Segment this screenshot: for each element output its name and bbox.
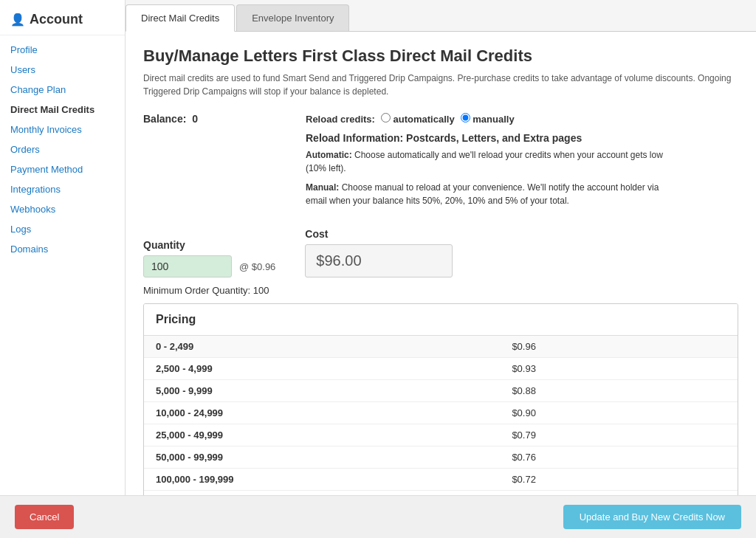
pricing-row: 10,000 - 24,999$0.90: [144, 402, 738, 424]
pricing-range: 25,000 - 49,999: [144, 424, 500, 446]
reload-label-row: Reload credits: automatically manually: [306, 113, 738, 125]
pricing-range: 0 - 2,499: [144, 336, 500, 358]
pricing-header: Pricing: [144, 304, 738, 336]
reload-auto-desc: Automatic: Choose automatically and we'l…: [306, 148, 675, 175]
pricing-range: 10,000 - 24,999: [144, 402, 500, 424]
sidebar-item-webhooks[interactable]: Webhooks: [0, 199, 125, 219]
cost-display: $96.00: [305, 244, 453, 277]
cost-label: Cost: [305, 228, 453, 240]
reload-auto-text: automatically: [394, 114, 455, 125]
sidebar-item-users[interactable]: Users: [0, 60, 125, 80]
reload-manual-desc: Manual: Choose manual to reload at your …: [306, 181, 675, 207]
footer-bar: Cancel Update and Buy New Credits Now: [0, 495, 756, 538]
reload-credits-label: Reload credits:: [306, 114, 375, 125]
pricing-range: 100,000 - 199,999: [144, 469, 500, 491]
cost-section: Cost $96.00: [305, 228, 453, 277]
page-body: Buy/Manage Letters First Class Direct Ma…: [126, 32, 756, 495]
reload-manual-radio[interactable]: [461, 113, 470, 123]
reload-manual-label[interactable]: manually: [461, 113, 515, 125]
reload-manual-text: manually: [472, 114, 514, 125]
pricing-row: 25,000 - 49,999$0.79: [144, 424, 738, 446]
pricing-price: $0.88: [500, 380, 738, 402]
pricing-box: Pricing 0 - 2,499$0.962,500 - 4,999$0.93…: [143, 303, 738, 495]
pricing-row: 0 - 2,499$0.96: [144, 336, 738, 358]
sidebar-item-logs[interactable]: Logs: [0, 219, 125, 239]
balance-value: 0: [192, 113, 198, 125]
pricing-row: 100,000 - 199,999$0.72: [144, 469, 738, 491]
quantity-input[interactable]: [143, 255, 232, 277]
sidebar-item-domains[interactable]: Domains: [0, 239, 125, 259]
min-order-text: Minimum Order Quantity: 100: [143, 285, 738, 296]
sidebar-item-integrations[interactable]: Integrations: [0, 179, 125, 199]
tab-direct-mail-credits[interactable]: Direct Mail Credits: [126, 4, 235, 32]
pricing-row: 5,000 - 9,999$0.88: [144, 380, 738, 402]
quantity-section: Quantity @ $0.96: [143, 239, 275, 277]
sidebar-item-payment-method[interactable]: Payment Method: [0, 159, 125, 179]
pricing-range: 50,000 - 99,999: [144, 446, 500, 469]
main-content: Direct Mail CreditsEnvelope Inventory Bu…: [126, 0, 756, 495]
reload-auto-radio[interactable]: [381, 113, 391, 123]
sidebar-item-orders[interactable]: Orders: [0, 139, 125, 159]
reload-section: Reload credits: automatically manually R…: [306, 113, 738, 213]
pricing-price: $0.90: [500, 402, 738, 424]
balance-reload-row: Balance: 0 Reload credits: automatically…: [143, 113, 738, 213]
buy-button[interactable]: Update and Buy New Credits Now: [563, 505, 741, 529]
page-title: Buy/Manage Letters First Class Direct Ma…: [143, 46, 738, 66]
sidebar-item-monthly-invoices[interactable]: Monthly Invoices: [0, 120, 125, 139]
per-credit: @ $0.96: [239, 261, 275, 272]
balance-label: Balance:: [143, 113, 186, 125]
reload-manual-desc-text: Choose manual to reload at your convenie…: [306, 182, 659, 206]
sidebar: 👤 Account ProfileUsersChange PlanDirect …: [0, 0, 126, 495]
quantity-label: Quantity: [143, 239, 275, 251]
tabs-bar: Direct Mail CreditsEnvelope Inventory: [126, 0, 756, 32]
sidebar-title: 👤 Account: [0, 7, 125, 35]
account-icon: 👤: [10, 13, 25, 27]
pricing-row: 2,500 - 4,999$0.93: [144, 358, 738, 380]
sidebar-item-profile[interactable]: Profile: [0, 40, 125, 60]
reload-info-title: Reload Information: Postcards, Letters, …: [306, 132, 738, 144]
pricing-price: $0.79: [500, 424, 738, 446]
quantity-input-row: @ $0.96: [143, 255, 275, 277]
pricing-price: $0.93: [500, 358, 738, 380]
pricing-price: $0.72: [500, 469, 738, 491]
reload-auto-desc-text: Choose automatically and we'll reload yo…: [306, 150, 663, 173]
pricing-price: $0.96: [500, 336, 738, 358]
quantity-cost-row: Quantity @ $0.96 Cost $96.00: [143, 228, 738, 277]
sidebar-item-change-plan[interactable]: Change Plan: [0, 80, 125, 100]
pricing-table: 0 - 2,499$0.962,500 - 4,999$0.935,000 - …: [144, 336, 738, 495]
pricing-row: 50,000 - 99,999$0.76: [144, 446, 738, 469]
reload-auto-label[interactable]: automatically: [381, 113, 455, 125]
sidebar-title-text: Account: [30, 12, 83, 27]
pricing-range: 2,500 - 4,999: [144, 358, 500, 380]
page-description: Direct mail credits are used to fund Sma…: [143, 72, 734, 98]
sidebar-nav: ProfileUsersChange PlanDirect Mail Credi…: [0, 40, 125, 259]
tab-envelope-inventory[interactable]: Envelope Inventory: [236, 4, 349, 31]
pricing-range: 5,000 - 9,999: [144, 380, 500, 402]
sidebar-item-direct-mail-credits[interactable]: Direct Mail Credits: [0, 100, 125, 120]
balance-section: Balance: 0: [143, 113, 276, 125]
pricing-price: $0.76: [500, 446, 738, 469]
cancel-button[interactable]: Cancel: [15, 505, 74, 529]
